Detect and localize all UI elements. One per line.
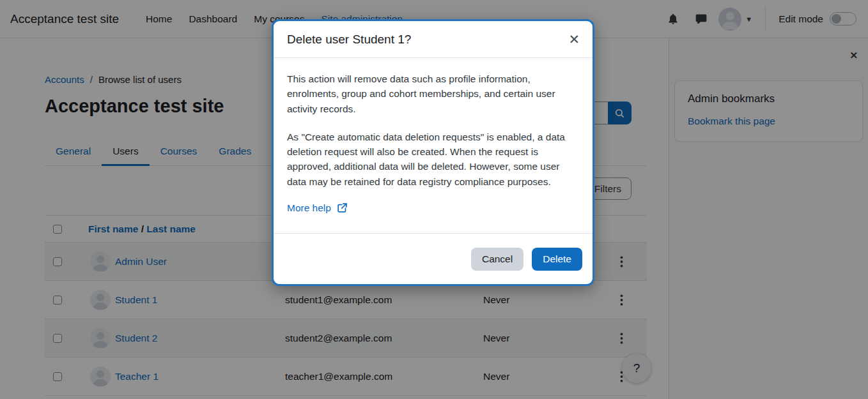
page: Acceptance test site Home Dashboard My c… — [0, 0, 868, 399]
modal-footer: Cancel Delete — [274, 233, 593, 284]
modal-body: This action will remove data such as pro… — [274, 58, 593, 233]
more-help-link[interactable]: More help — [287, 202, 348, 214]
external-link-icon — [337, 202, 348, 213]
delete-button[interactable]: Delete — [532, 248, 582, 271]
more-help-label: More help — [287, 202, 331, 214]
delete-user-modal: Delete user Student 1? ✕ This action wil… — [272, 19, 594, 286]
modal-header: Delete user Student 1? ✕ — [274, 21, 593, 58]
modal-close-icon[interactable]: ✕ — [568, 33, 580, 46]
modal-title: Delete user Student 1? — [287, 33, 411, 47]
modal-paragraph: This action will remove data such as pro… — [287, 72, 580, 116]
cancel-button[interactable]: Cancel — [471, 248, 523, 271]
modal-paragraph: As "Create automatic data deletion reque… — [287, 130, 580, 189]
